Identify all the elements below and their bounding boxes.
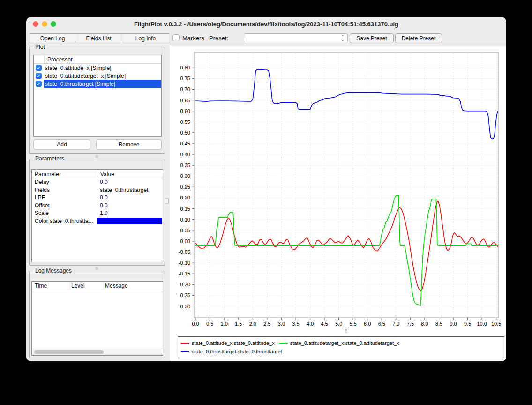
x-tick-label: 9.5 <box>464 321 471 327</box>
x-tick-label: 6.0 <box>364 321 371 327</box>
open-log-button[interactable]: Open Log <box>30 33 75 43</box>
y-tick-label: -0.15 <box>179 271 190 276</box>
x-tick-label: 5.5 <box>350 321 357 327</box>
x-tick-label: 7.5 <box>407 321 414 327</box>
time-column-header: Time <box>32 282 68 290</box>
parameter-name: LPF <box>32 194 97 201</box>
log-messages-panel-title: Log Messages <box>33 267 74 274</box>
parameter-name: Delay <box>32 179 97 185</box>
legend-item: state_0.attitudetarget_x:state_0.attitud… <box>279 339 399 347</box>
scrollbar-thumb[interactable] <box>34 350 104 354</box>
processor-row[interactable]: ✓state_0.thrusttarget [Simple] <box>34 80 161 88</box>
y-tick-label: 0.50 <box>180 130 190 136</box>
x-tick-label: 8.5 <box>435 321 442 327</box>
horizontal-scrollbar[interactable] <box>32 349 162 355</box>
delete-preset-button[interactable]: Delete Preset <box>395 33 442 43</box>
log-messages-table[interactable]: Time Level Message <box>31 281 163 356</box>
parameter-value <box>97 217 163 225</box>
legend-line-icon <box>181 351 189 352</box>
y-tick-label: -0.20 <box>179 282 190 287</box>
parameter-name: Offset <box>32 202 97 209</box>
x-tick-label: 3.5 <box>292 321 299 327</box>
combo-stepper-icon[interactable]: ⌃ ⌄ <box>339 34 346 43</box>
flight-plot-chart[interactable]: 0.00.51.01.52.02.53.03.54.04.55.05.56.06… <box>170 46 506 361</box>
log-table-header: Time Level Message <box>32 282 163 290</box>
y-tick-label: -0.25 <box>179 292 190 298</box>
parameter-column-header: Parameter <box>32 170 97 178</box>
value-column-header: Value <box>97 170 163 178</box>
markers-label: Markers <box>182 35 204 42</box>
parameter-row[interactable]: Offset0.0 <box>32 202 163 210</box>
y-tick-label: 0.55 <box>180 119 190 125</box>
vertical-splitter-handle[interactable] <box>165 198 169 204</box>
y-tick-label: -0.05 <box>179 249 190 255</box>
y-tick-label: 0.05 <box>180 228 190 233</box>
color-swatch[interactable] <box>97 218 162 225</box>
legend-label: state_0.attitude_x:state_0.attitude_x <box>192 340 275 346</box>
toolbar: Open Log Fields List Log Info Markers Pr… <box>26 31 506 45</box>
parameter-row[interactable]: Scale1.0 <box>32 209 163 217</box>
processor-checkbox[interactable]: ✓ <box>36 81 42 87</box>
parameter-value: 0.0 <box>97 194 163 202</box>
legend-label: state_0.thrusttarget:state_0.thrusttarge… <box>192 349 282 354</box>
y-tick-label: 0.80 <box>180 65 190 70</box>
y-tick-label: 0.40 <box>180 152 190 157</box>
parameter-row[interactable]: Delay0.0 <box>32 178 163 186</box>
legend-line-icon <box>279 343 288 344</box>
processor-label: state_0.attitude_x [Simple] <box>44 64 161 72</box>
fields-list-button[interactable]: Fields List <box>75 33 122 43</box>
add-button[interactable]: Add <box>33 139 90 150</box>
x-tick-label: 6.5 <box>378 321 385 327</box>
y-tick-label: 0.65 <box>180 98 190 103</box>
plot-panel: Plot Processor ✓state_0.attitude_x [Simp… <box>29 47 165 154</box>
y-tick-label: 0.00 <box>180 238 190 244</box>
chart-panel[interactable]: 0.00.51.01.52.02.53.03.54.04.55.05.56.06… <box>170 46 506 361</box>
parameters-table[interactable]: Parameter Value Delay0.0Fieldsstate_0.th… <box>31 169 163 262</box>
chart-legend: state_0.attitude_x:state_0.attitude_xsta… <box>178 336 504 358</box>
y-tick-label: -0.10 <box>179 260 190 266</box>
parameter-rows: Delay0.0Fieldsstate_0.thrusttargetLPF0.0… <box>32 178 163 225</box>
parameter-row[interactable]: Fieldsstate_0.thrusttarget <box>32 186 163 194</box>
processor-row[interactable]: ✓state_0.attitudetarget_x [Simple] <box>34 72 161 80</box>
y-tick-label: 0.70 <box>180 86 190 92</box>
chevron-down-icon: ⌄ <box>341 38 345 41</box>
title-bar[interactable]: FlightPlot v.0.3.2 - /Users/oleg/Documen… <box>26 17 506 31</box>
log-info-button[interactable]: Log Info <box>122 33 169 43</box>
x-tick-label: 0.5 <box>206 321 213 327</box>
parameter-name: Color state_0.thrustta... <box>32 218 97 224</box>
y-tick-label: -0.30 <box>179 304 190 309</box>
x-tick-label: 10.5 <box>491 321 501 327</box>
x-tick-label: 4.5 <box>321 321 328 327</box>
processor-checkbox[interactable]: ✓ <box>36 65 42 71</box>
parameter-row[interactable]: LPF0.0 <box>32 194 163 202</box>
x-tick-label: 5.0 <box>335 321 342 327</box>
markers-checkbox[interactable] <box>172 34 180 41</box>
flightplot-window: FlightPlot v.0.3.2 - /Users/oleg/Documen… <box>26 17 506 361</box>
legend-label: state_0.attitudetarget_x:state_0.attitud… <box>290 340 399 346</box>
x-axis-label: T <box>345 328 348 335</box>
processor-table-header: Processor <box>34 55 161 64</box>
processor-table[interactable]: Processor ✓state_0.attitude_x [Simple]✓s… <box>33 55 162 137</box>
message-column-header: Message <box>102 282 163 290</box>
remove-button[interactable]: Remove <box>96 139 162 150</box>
processor-column-header: Processor <box>44 55 161 63</box>
save-preset-button[interactable]: Save Preset <box>350 33 394 43</box>
processor-rows: ✓state_0.attitude_x [Simple]✓state_0.att… <box>34 64 161 88</box>
splitter-handle[interactable] <box>95 155 98 158</box>
preset-combobox[interactable]: ⌃ ⌄ <box>244 33 348 43</box>
plot-area[interactable] <box>194 52 498 318</box>
x-tick-label: 2.0 <box>249 321 256 327</box>
parameter-value: 0.0 <box>97 178 163 186</box>
parameters-table-header: Parameter Value <box>32 170 163 178</box>
processor-row[interactable]: ✓state_0.attitude_x [Simple] <box>34 64 161 72</box>
y-tick-label: 0.25 <box>180 184 190 190</box>
legend-line-icon <box>181 343 189 344</box>
parameter-row[interactable]: Color state_0.thrustta... <box>32 217 163 225</box>
processor-label: state_0.thrusttarget [Simple] <box>44 80 161 88</box>
splitter-handle[interactable] <box>95 267 98 270</box>
parameter-value: 0.0 <box>97 202 163 210</box>
processor-checkbox[interactable]: ✓ <box>36 73 42 79</box>
log-messages-panel: Log Messages Time Level Message <box>29 271 165 358</box>
y-tick-label: 0.60 <box>180 108 190 114</box>
x-tick-label: 4.0 <box>307 321 314 327</box>
